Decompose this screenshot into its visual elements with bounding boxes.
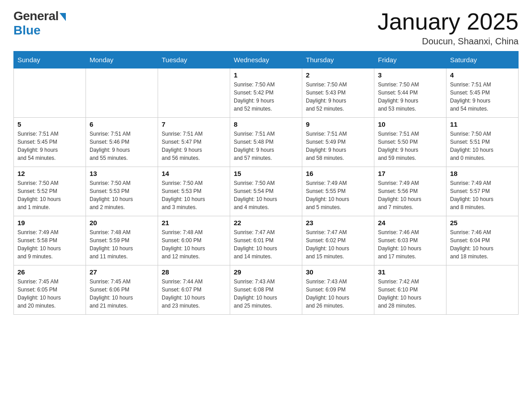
calendar-cell: 23Sunrise: 7:47 AM Sunset: 6:02 PM Dayli… [302, 216, 374, 265]
day-info: Sunrise: 7:42 AM Sunset: 6:10 PM Dayligh… [378, 278, 442, 310]
calendar-header-friday: Friday [374, 51, 446, 68]
logo: General Blue [13, 9, 66, 38]
page-header: General Blue January 2025 Doucun, Shaanx… [13, 9, 519, 47]
day-info: Sunrise: 7:43 AM Sunset: 6:08 PM Dayligh… [234, 278, 298, 310]
calendar-cell: 10Sunrise: 7:51 AM Sunset: 5:50 PM Dayli… [374, 118, 446, 167]
day-number: 30 [306, 268, 370, 276]
day-info: Sunrise: 7:51 AM Sunset: 5:50 PM Dayligh… [378, 130, 442, 162]
calendar-cell: 28Sunrise: 7:44 AM Sunset: 6:07 PM Dayli… [158, 265, 230, 315]
calendar-cell: 3Sunrise: 7:50 AM Sunset: 5:44 PM Daylig… [374, 68, 446, 118]
day-info: Sunrise: 7:49 AM Sunset: 5:55 PM Dayligh… [306, 179, 370, 211]
day-number: 10 [378, 120, 442, 128]
calendar-cell [86, 68, 158, 118]
calendar-cell: 16Sunrise: 7:49 AM Sunset: 5:55 PM Dayli… [302, 167, 374, 216]
calendar-week-row: 1Sunrise: 7:50 AM Sunset: 5:42 PM Daylig… [14, 68, 519, 118]
day-number: 27 [90, 268, 154, 276]
day-info: Sunrise: 7:50 AM Sunset: 5:44 PM Dayligh… [378, 81, 442, 113]
calendar-week-row: 12Sunrise: 7:50 AM Sunset: 5:52 PM Dayli… [14, 167, 519, 216]
calendar-cell: 9Sunrise: 7:51 AM Sunset: 5:49 PM Daylig… [302, 118, 374, 167]
calendar-cell: 22Sunrise: 7:47 AM Sunset: 6:01 PM Dayli… [230, 216, 302, 265]
day-info: Sunrise: 7:50 AM Sunset: 5:54 PM Dayligh… [234, 179, 298, 211]
day-number: 18 [450, 170, 515, 177]
day-info: Sunrise: 7:45 AM Sunset: 6:06 PM Dayligh… [90, 278, 154, 310]
day-info: Sunrise: 7:51 AM Sunset: 5:49 PM Dayligh… [306, 130, 370, 162]
month-title: January 2025 [378, 9, 519, 34]
calendar-cell: 8Sunrise: 7:51 AM Sunset: 5:48 PM Daylig… [230, 118, 302, 167]
day-info: Sunrise: 7:51 AM Sunset: 5:45 PM Dayligh… [17, 130, 82, 162]
day-number: 1 [234, 71, 298, 79]
day-number: 26 [17, 268, 82, 276]
day-info: Sunrise: 7:51 AM Sunset: 5:46 PM Dayligh… [90, 130, 154, 162]
day-number: 4 [450, 71, 515, 79]
calendar-cell: 21Sunrise: 7:48 AM Sunset: 6:00 PM Dayli… [158, 216, 230, 265]
day-info: Sunrise: 7:50 AM Sunset: 5:52 PM Dayligh… [17, 179, 82, 211]
calendar-cell: 25Sunrise: 7:46 AM Sunset: 6:04 PM Dayli… [446, 216, 519, 265]
calendar-cell: 1Sunrise: 7:50 AM Sunset: 5:42 PM Daylig… [230, 68, 302, 118]
calendar-cell: 19Sunrise: 7:49 AM Sunset: 5:58 PM Dayli… [14, 216, 86, 265]
day-number: 25 [450, 219, 515, 227]
day-info: Sunrise: 7:49 AM Sunset: 5:58 PM Dayligh… [17, 228, 82, 261]
day-info: Sunrise: 7:46 AM Sunset: 6:03 PM Dayligh… [378, 228, 442, 261]
calendar-header-saturday: Saturday [446, 51, 519, 68]
day-info: Sunrise: 7:49 AM Sunset: 5:57 PM Dayligh… [450, 179, 515, 211]
day-info: Sunrise: 7:43 AM Sunset: 6:09 PM Dayligh… [306, 278, 370, 310]
day-number: 28 [162, 268, 226, 276]
calendar-header-row: SundayMondayTuesdayWednesdayThursdayFrid… [14, 51, 519, 68]
calendar-header-monday: Monday [86, 51, 158, 68]
calendar-cell [158, 68, 230, 118]
day-number: 13 [90, 170, 154, 177]
calendar-cell: 26Sunrise: 7:45 AM Sunset: 6:05 PM Dayli… [14, 265, 86, 315]
calendar-cell: 20Sunrise: 7:48 AM Sunset: 5:59 PM Dayli… [86, 216, 158, 265]
day-info: Sunrise: 7:48 AM Sunset: 5:59 PM Dayligh… [90, 228, 154, 261]
calendar-cell: 17Sunrise: 7:49 AM Sunset: 5:56 PM Dayli… [374, 167, 446, 216]
day-info: Sunrise: 7:49 AM Sunset: 5:56 PM Dayligh… [378, 179, 442, 211]
day-info: Sunrise: 7:45 AM Sunset: 6:05 PM Dayligh… [17, 278, 82, 310]
calendar-cell: 6Sunrise: 7:51 AM Sunset: 5:46 PM Daylig… [86, 118, 158, 167]
day-number: 14 [162, 170, 226, 177]
day-number: 12 [17, 170, 82, 177]
calendar-cell: 13Sunrise: 7:50 AM Sunset: 5:53 PM Dayli… [86, 167, 158, 216]
calendar-week-row: 19Sunrise: 7:49 AM Sunset: 5:58 PM Dayli… [14, 216, 519, 265]
day-number: 5 [17, 120, 82, 128]
day-info: Sunrise: 7:51 AM Sunset: 5:48 PM Dayligh… [234, 130, 298, 162]
day-info: Sunrise: 7:50 AM Sunset: 5:53 PM Dayligh… [162, 179, 226, 211]
day-info: Sunrise: 7:50 AM Sunset: 5:42 PM Dayligh… [234, 81, 298, 113]
day-info: Sunrise: 7:50 AM Sunset: 5:53 PM Dayligh… [90, 179, 154, 211]
calendar-header-wednesday: Wednesday [230, 51, 302, 68]
day-number: 16 [306, 170, 370, 177]
location-text: Doucun, Shaanxi, China [378, 36, 519, 47]
calendar-cell: 12Sunrise: 7:50 AM Sunset: 5:52 PM Dayli… [14, 167, 86, 216]
calendar-table: SundayMondayTuesdayWednesdayThursdayFrid… [13, 51, 519, 315]
calendar-cell: 30Sunrise: 7:43 AM Sunset: 6:09 PM Dayli… [302, 265, 374, 315]
calendar-cell: 7Sunrise: 7:51 AM Sunset: 5:47 PM Daylig… [158, 118, 230, 167]
day-number: 3 [378, 71, 442, 79]
day-info: Sunrise: 7:51 AM Sunset: 5:47 PM Dayligh… [162, 130, 226, 162]
title-block: January 2025 Doucun, Shaanxi, China [378, 9, 519, 47]
day-number: 6 [90, 120, 154, 128]
day-number: 24 [378, 219, 442, 227]
day-info: Sunrise: 7:47 AM Sunset: 6:01 PM Dayligh… [234, 228, 298, 261]
day-number: 22 [234, 219, 298, 227]
day-info: Sunrise: 7:46 AM Sunset: 6:04 PM Dayligh… [450, 228, 515, 261]
day-number: 7 [162, 120, 226, 128]
calendar-cell: 29Sunrise: 7:43 AM Sunset: 6:08 PM Dayli… [230, 265, 302, 315]
day-number: 20 [90, 219, 154, 227]
day-number: 11 [450, 120, 515, 128]
logo-general-text: General [13, 9, 59, 23]
calendar-cell: 5Sunrise: 7:51 AM Sunset: 5:45 PM Daylig… [14, 118, 86, 167]
calendar-cell: 4Sunrise: 7:51 AM Sunset: 5:45 PM Daylig… [446, 68, 519, 118]
day-number: 15 [234, 170, 298, 177]
calendar-cell: 27Sunrise: 7:45 AM Sunset: 6:06 PM Dayli… [86, 265, 158, 315]
day-info: Sunrise: 7:44 AM Sunset: 6:07 PM Dayligh… [162, 278, 226, 310]
calendar-cell: 11Sunrise: 7:50 AM Sunset: 5:51 PM Dayli… [446, 118, 519, 167]
day-number: 29 [234, 268, 298, 276]
calendar-cell: 15Sunrise: 7:50 AM Sunset: 5:54 PM Dayli… [230, 167, 302, 216]
logo-blue-text: Blue [13, 23, 41, 38]
calendar-cell: 2Sunrise: 7:50 AM Sunset: 5:43 PM Daylig… [302, 68, 374, 118]
day-number: 31 [378, 268, 442, 276]
day-number: 2 [306, 71, 370, 79]
calendar-cell: 14Sunrise: 7:50 AM Sunset: 5:53 PM Dayli… [158, 167, 230, 216]
calendar-cell: 31Sunrise: 7:42 AM Sunset: 6:10 PM Dayli… [374, 265, 446, 315]
day-number: 19 [17, 219, 82, 227]
calendar-header-thursday: Thursday [302, 51, 374, 68]
